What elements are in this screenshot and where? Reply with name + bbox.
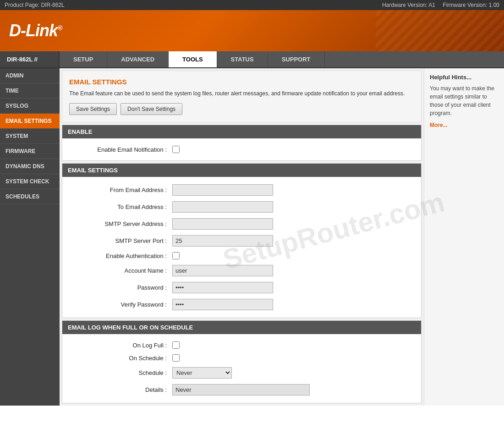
email-settings-section: EMAIL SETTINGS From Email Address : To E…: [62, 163, 422, 318]
tab-support[interactable]: SUPPORT: [268, 51, 325, 67]
details-row: Details :: [62, 381, 421, 398]
tab-advanced[interactable]: ADVANCED: [107, 51, 169, 67]
logo: D-Link®: [9, 21, 62, 40]
schedule-select[interactable]: Never: [172, 367, 232, 379]
account-name-input[interactable]: [172, 265, 273, 276]
tab-status[interactable]: STATUS: [217, 51, 268, 67]
nav-tabs: DIR-862L // SETUP ADVANCED TOOLS STATUS …: [0, 51, 504, 68]
to-email-label: To Email Address :: [71, 203, 172, 210]
password-label: Password :: [71, 284, 172, 291]
enable-email-row: Enable Email Notification :: [62, 143, 421, 156]
tab-tools[interactable]: TOOLS: [169, 51, 217, 67]
button-group: Save Settings Don't Save Settings: [69, 103, 414, 115]
enable-auth-row: Enable Authentication :: [62, 249, 421, 262]
password-input[interactable]: [172, 282, 273, 293]
enable-auth-checkbox[interactable]: [172, 252, 180, 259]
password-row: Password :: [62, 279, 421, 296]
account-name-row: Account Name :: [62, 262, 421, 279]
smtp-port-input[interactable]: [172, 235, 273, 247]
brand-tab: DIR-862L //: [0, 51, 60, 67]
on-schedule-row: On Schedule :: [62, 352, 421, 364]
save-settings-button[interactable]: Save Settings: [69, 103, 117, 115]
enable-section: ENABLE Enable Email Notification :: [62, 125, 422, 161]
email-settings-header: EMAIL SETTINGS: [62, 164, 421, 177]
page-title: EMAIL SETTINGS: [69, 78, 414, 86]
email-log-header: EMAIL LOG WHEN FULL OR ON SCHEDULE: [62, 321, 421, 334]
sidebar-item-system-check[interactable]: SYSTEM CHECK: [0, 174, 60, 189]
on-schedule-checkbox[interactable]: [172, 354, 180, 362]
on-log-full-checkbox[interactable]: [172, 341, 180, 349]
smtp-server-row: SMTP Server Address :: [62, 215, 421, 232]
on-schedule-label: On Schedule :: [71, 355, 172, 362]
account-name-label: Account Name :: [71, 267, 172, 274]
on-log-full-row: On Log Full :: [62, 339, 421, 352]
sidebar-item-dynamic-dns[interactable]: DYNAMIC DNS: [0, 159, 60, 174]
page-header-section: EMAIL SETTINGS The Email feature can be …: [62, 71, 422, 122]
smtp-port-label: SMTP Server Port :: [71, 237, 172, 244]
smtp-server-input[interactable]: [172, 218, 273, 230]
version-info: Hardware Version: A1 Firmware Version: 1…: [382, 2, 499, 8]
verify-password-input[interactable]: [172, 299, 273, 310]
sidebar-item-admin[interactable]: ADMIN: [0, 68, 60, 83]
verify-password-row: Verify Password :: [62, 296, 421, 313]
from-email-label: From Email Address :: [71, 187, 172, 193]
hints-title: Helpful Hints...: [430, 74, 499, 81]
product-label: Product Page: DIR-862L: [5, 2, 65, 8]
enable-auth-label: Enable Authentication :: [71, 253, 172, 259]
schedule-row: Schedule : Never: [62, 364, 421, 381]
to-email-row: To Email Address :: [62, 198, 421, 215]
enable-section-body: Enable Email Notification :: [62, 138, 421, 160]
sidebar-item-system[interactable]: SYSTEM: [0, 129, 60, 144]
from-email-input[interactable]: [172, 184, 273, 196]
schedule-label: Schedule :: [71, 369, 172, 376]
enable-email-label: Enable Email Notification :: [71, 146, 172, 153]
verify-password-label: Verify Password :: [71, 301, 172, 308]
email-settings-body: From Email Address : To Email Address : …: [62, 177, 421, 318]
enable-email-checkbox[interactable]: [172, 146, 180, 153]
header: D-Link®: [0, 10, 504, 51]
page-description: The Email feature can be used to send th…: [69, 89, 414, 98]
sidebar-item-time[interactable]: TIME: [0, 83, 60, 99]
sidebar: ADMIN TIME SYSLOG EMAIL SETTINGS SYSTEM …: [0, 68, 60, 406]
hints-more-link[interactable]: More...: [430, 122, 499, 128]
details-label: Details :: [71, 386, 172, 393]
sidebar-item-email-settings[interactable]: EMAIL SETTINGS: [0, 114, 60, 129]
sidebar-item-firmware[interactable]: FIRMWARE: [0, 144, 60, 159]
to-email-input[interactable]: [172, 201, 273, 213]
sidebar-item-syslog[interactable]: SYSLOG: [0, 99, 60, 114]
dont-save-settings-button[interactable]: Don't Save Settings: [121, 103, 182, 115]
top-bar: Product Page: DIR-862L Hardware Version:…: [0, 0, 504, 10]
from-email-row: From Email Address :: [62, 181, 421, 198]
sidebar-item-schedules[interactable]: SCHEDULES: [0, 189, 60, 204]
main-layout: ADMIN TIME SYSLOG EMAIL SETTINGS SYSTEM …: [0, 68, 504, 406]
email-log-body: On Log Full : On Schedule : Schedule : N…: [62, 334, 421, 403]
on-log-full-label: On Log Full :: [71, 342, 172, 349]
details-input[interactable]: [172, 384, 310, 396]
smtp-server-label: SMTP Server Address :: [71, 220, 172, 227]
tab-setup[interactable]: SETUP: [60, 51, 107, 67]
right-panel: Helpful Hints... You may want to make th…: [424, 68, 504, 406]
smtp-port-row: SMTP Server Port :: [62, 232, 421, 249]
hints-text: You may want to make the email settings …: [430, 84, 499, 117]
enable-section-header: ENABLE: [62, 125, 421, 138]
email-log-section: EMAIL LOG WHEN FULL OR ON SCHEDULE On Lo…: [62, 320, 422, 403]
